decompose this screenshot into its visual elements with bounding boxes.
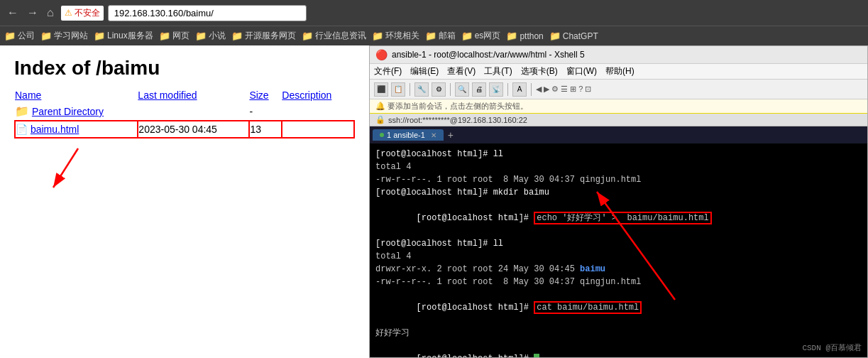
terminal-line-9: -rw-r--r--. 1 root root 8 May 30 04:37 q…	[375, 276, 862, 288]
menu-edit[interactable]: 编辑(E)	[410, 65, 439, 77]
folder-icon: 📁	[231, 31, 243, 41]
home-button[interactable]: ⌂	[44, 5, 57, 21]
folder-icon: 📁	[302, 31, 313, 41]
browser-toolbar: ← → ⌂ ⚠ 不安全	[0, 0, 868, 26]
lock-icon: 🔒	[375, 115, 385, 124]
folder-icon: 📁	[506, 31, 517, 41]
bookmark-opensource[interactable]: 📁 开源服务网页	[231, 30, 296, 42]
bookmark-label: 环境相关	[385, 30, 419, 42]
terminal-line-10: [root@localhost html]# cat baimu/baimu.h…	[375, 288, 862, 327]
toolbar-btn-4[interactable]: ⚙	[432, 82, 446, 97]
toolbar-btn-3[interactable]: 🔧	[414, 82, 429, 97]
folder-icon: 📁	[195, 31, 207, 41]
back-button[interactable]: ←	[4, 5, 21, 21]
toolbar-btn-8[interactable]: A	[512, 82, 527, 97]
nav-buttons: ← → ⌂	[4, 5, 57, 21]
terminal-line-8: drwxr-xr-x. 2 root root 24 May 30 04:45 …	[375, 263, 862, 276]
terminal-line-11: 好好学习	[375, 327, 862, 340]
terminal-cursor	[534, 354, 539, 357]
col-modified[interactable]: Last modified	[138, 88, 249, 102]
parent-folder-icon: 📁	[15, 105, 29, 117]
menu-view[interactable]: 查看(V)	[447, 65, 476, 77]
terminal-line-7: total 4	[375, 250, 862, 263]
highlighted-cmd-cat: cat baimu/baimu.html	[534, 301, 642, 314]
bookmark-label: 小说	[209, 30, 226, 42]
bookmark-company[interactable]: 📁 公司	[4, 30, 35, 42]
tab-add-button[interactable]: +	[445, 129, 456, 141]
menu-tools[interactable]: 工具(T)	[484, 65, 512, 77]
bookmarks-bar: 📁 公司 📁 学习网站 📁 Linux服务器 📁 网页 📁 小说 📁 开源服务网…	[0, 26, 868, 45]
terminal-line-1: [root@localhost html]# ll	[375, 148, 862, 161]
forward-button[interactable]: →	[24, 5, 41, 21]
toolbar-more: ◀ ▶ ⚙ ☰ ⊞ ? ⊡	[536, 85, 591, 94]
bookmark-chatgpt[interactable]: 📁 ChatGPT	[549, 31, 598, 41]
bookmark-industry[interactable]: 📁 行业信息资讯	[302, 30, 366, 42]
bookmark-study[interactable]: 📁 学习网站	[40, 30, 88, 42]
parent-description	[282, 102, 354, 121]
menu-file[interactable]: 文件(F)	[374, 65, 402, 77]
toolbar-btn-1[interactable]: ⬛	[374, 82, 388, 97]
xshell-menubar: 文件(F) 编辑(E) 查看(V) 工具(T) 选项卡(B) 窗口(W) 帮助(…	[370, 64, 867, 80]
toolbar-separator-3	[507, 83, 508, 96]
bookmark-novel[interactable]: 📁 小说	[195, 30, 226, 42]
terminal-line-6: [root@localhost html]# ll	[375, 237, 862, 250]
file-icon: 📄	[16, 124, 28, 135]
col-description[interactable]: Description	[282, 88, 354, 102]
menu-tabs[interactable]: 选项卡(B)	[521, 65, 558, 77]
warning-icon: ⚠	[65, 8, 72, 18]
terminal-line-3: -rw-r--r--. 1 root root 8 May 30 04:37 q…	[375, 173, 862, 186]
col-size[interactable]: Size	[249, 88, 282, 102]
terminal-line-4: [root@localhost html]# mkdir baimu	[375, 186, 862, 199]
parent-directory-link[interactable]: Parent Directory	[32, 106, 104, 117]
xshell-hint-bar: 🔔 要添加当前会话，点击左侧的箭头按钮。	[370, 99, 867, 114]
bookmark-es[interactable]: 📁 es网页	[461, 30, 501, 42]
svg-line-1	[53, 148, 78, 188]
bookmark-mail[interactable]: 📁 邮箱	[425, 30, 456, 42]
session-text: ssh://root:*********@192.168.130.160:22	[388, 116, 527, 124]
browser-content: Index of /baimu Name Last modified Size …	[0, 45, 369, 358]
hint-text: 要添加当前会话，点击左侧的箭头按钮。	[388, 102, 528, 110]
xshell-title: ansible-1 - root@localhost:/var/www/html…	[392, 50, 585, 60]
folder-icon: 📁	[372, 31, 383, 41]
tab-close-icon[interactable]: ✕	[431, 131, 436, 139]
baimu-dir-highlight: baimu	[580, 264, 605, 274]
xshell-app-icon: 🔴	[375, 49, 388, 60]
hint-icon: 🔔	[375, 102, 385, 110]
bookmark-python[interactable]: 📁 ptthon	[506, 31, 543, 41]
address-bar[interactable]	[108, 5, 307, 21]
bookmark-webpage[interactable]: 📁 网页	[159, 30, 189, 42]
bookmark-label: es网页	[475, 30, 501, 42]
toolbar-btn-7[interactable]: 📡	[489, 82, 503, 97]
xshell-titlebar: 🔴 ansible-1 - root@localhost:/var/www/ht…	[370, 46, 867, 64]
menu-window[interactable]: 窗口(W)	[566, 65, 597, 77]
main-area: Index of /baimu Name Last modified Size …	[0, 45, 868, 358]
baimu-size: 13	[249, 121, 282, 138]
xshell-session-bar: 🔒 ssh://root:*********@192.168.130.160:2…	[370, 114, 867, 126]
baimu-html-link[interactable]: baimu.html	[31, 124, 79, 135]
folder-icon: 📁	[461, 31, 473, 41]
bookmark-label: ChatGPT	[563, 31, 598, 41]
parent-modified	[138, 102, 249, 121]
folder-icon: 📁	[159, 31, 170, 41]
highlighted-cmd-echo: echo '好好学习' > baimu/baimu.html	[534, 212, 711, 224]
terminal-line-2: total 4	[375, 161, 862, 173]
terminal-body[interactable]: [root@localhost html]# ll total 4 -rw-r-…	[370, 143, 867, 357]
bookmark-linux[interactable]: 📁 Linux服务器	[94, 30, 153, 42]
bookmark-env[interactable]: 📁 环境相关	[372, 30, 419, 42]
toolbar-btn-2[interactable]: 📋	[391, 82, 405, 97]
baimu-description	[282, 121, 354, 138]
bookmark-label: 公司	[18, 30, 35, 42]
bookmark-label: 邮箱	[439, 30, 456, 42]
folder-icon: 📁	[549, 31, 561, 41]
menu-help[interactable]: 帮助(H)	[605, 65, 634, 77]
toolbar-btn-6[interactable]: 🖨	[472, 82, 486, 97]
csdn-watermark: CSDN @百慕倾君	[802, 342, 862, 353]
xshell-tabs: 1 ansible-1 ✕ +	[370, 126, 867, 143]
toolbar-btn-5[interactable]: 🔍	[455, 82, 469, 97]
toolbar-separator-4	[531, 83, 532, 96]
xshell-tab-1[interactable]: 1 ansible-1 ✕	[373, 129, 444, 141]
col-name[interactable]: Name	[15, 88, 138, 102]
xshell-toolbar: ⬛ 📋 🔧 ⚙ 🔍 🖨 📡 A ◀ ▶ ⚙ ☰ ⊞ ? ⊡	[370, 80, 867, 99]
xshell-panel: 🔴 ansible-1 - root@localhost:/var/www/ht…	[369, 45, 868, 358]
bookmark-label: 网页	[172, 30, 189, 42]
